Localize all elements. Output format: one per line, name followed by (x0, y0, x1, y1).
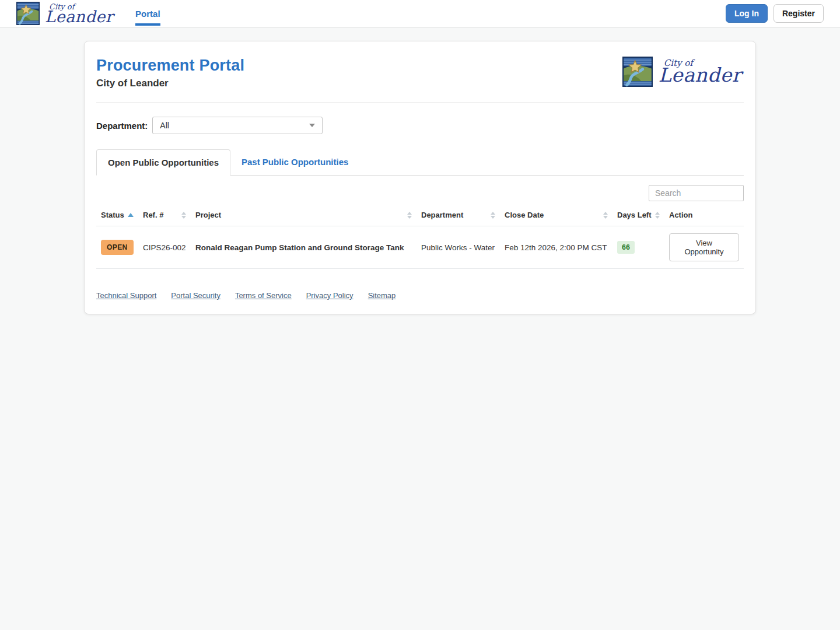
cell-project: Ronald Reagan Pump Station and Ground St… (191, 226, 416, 269)
navbar-brand-wordmark: City of Leander (45, 3, 113, 24)
column-header-ref[interactable]: Ref. # (138, 206, 191, 226)
portal-active-indicator (135, 23, 160, 26)
leander-emblem-icon (16, 2, 40, 25)
days-left-badge: 66 (617, 241, 635, 254)
sort-icon (655, 212, 660, 219)
portal-link[interactable]: Portal (135, 9, 160, 19)
department-label: Department: (96, 121, 148, 131)
column-header-close-date[interactable]: Close Date (500, 206, 612, 226)
tab-past-public-opportunities[interactable]: Past Public Opportunities (230, 149, 359, 175)
column-header-project[interactable]: Project (191, 206, 416, 226)
cell-department: Public Works - Water (416, 226, 500, 269)
column-header-action: Action (664, 206, 744, 226)
navbar-brand[interactable]: City of Leander (16, 2, 113, 25)
sort-icon (181, 212, 186, 219)
sort-icon (603, 212, 608, 219)
cell-days-left: 66 (612, 226, 664, 269)
column-label: Action (669, 211, 692, 219)
card-logo: City of Leander (622, 57, 744, 87)
card-header-titles: Procurement Portal City of Leander (96, 57, 244, 89)
procurement-portal-card: Procurement Portal City of Leander (84, 41, 756, 314)
table-header-row: Status Ref. # Project (96, 206, 744, 226)
column-header-department[interactable]: Department (416, 206, 500, 226)
column-label: Days Left (617, 211, 652, 219)
card-header: Procurement Portal City of Leander (96, 53, 744, 103)
sitemap-link[interactable]: Sitemap (368, 291, 396, 300)
cell-close-date: Feb 12th 2026, 2:00 PM CST (500, 226, 612, 269)
tab-open-public-opportunities[interactable]: Open Public Opportunities (96, 149, 230, 176)
column-label: Department (421, 211, 463, 219)
portal-security-link[interactable]: Portal Security (171, 291, 220, 300)
department-selected-value: All (160, 121, 169, 130)
department-select[interactable]: All (152, 117, 323, 134)
top-navbar: City of Leander Portal Log In Register (0, 0, 840, 27)
login-button[interactable]: Log In (726, 4, 768, 23)
sort-icon (491, 212, 495, 219)
leander-emblem-icon (622, 57, 653, 87)
navbar-actions: Log In Register (726, 4, 824, 23)
search-input[interactable] (649, 185, 744, 201)
page-subtitle: City of Leander (96, 78, 244, 89)
sort-icon (407, 212, 412, 219)
status-badge: OPEN (101, 240, 134, 255)
column-header-days-left[interactable]: Days Left (612, 206, 664, 226)
privacy-policy-link[interactable]: Privacy Policy (306, 291, 354, 300)
opportunities-table: Status Ref. # Project (96, 206, 744, 269)
brand-name-text: Leander (45, 9, 113, 24)
column-label: Status (101, 211, 124, 219)
footer-links: Technical Support Portal Security Terms … (96, 291, 744, 300)
column-label: Ref. # (143, 211, 163, 219)
cell-action: View Opportunity (664, 226, 744, 269)
card-logo-wordmark: City of Leander (659, 59, 741, 85)
view-opportunity-button[interactable]: View Opportunity (669, 233, 739, 261)
nav-item-portal[interactable]: Portal (135, 0, 160, 27)
page-title: Procurement Portal (96, 57, 244, 75)
department-filter-row: Department: All (96, 117, 744, 134)
column-header-status[interactable]: Status (96, 206, 138, 226)
column-label: Close Date (505, 211, 544, 219)
sort-asc-icon (128, 213, 134, 217)
terms-of-service-link[interactable]: Terms of Service (235, 291, 292, 300)
column-label: Project (195, 211, 221, 219)
register-button[interactable]: Register (774, 4, 824, 23)
cell-status: OPEN (96, 226, 138, 269)
table-row: OPEN CIPS26-002 Ronald Reagan Pump Stati… (96, 226, 744, 269)
opportunities-tabs: Open Public Opportunities Past Public Op… (96, 149, 744, 176)
caret-down-icon (309, 124, 315, 127)
technical-support-link[interactable]: Technical Support (96, 291, 156, 300)
search-row (96, 185, 744, 201)
cell-ref: CIPS26-002 (138, 226, 191, 269)
logo-name-text: Leander (659, 65, 741, 85)
